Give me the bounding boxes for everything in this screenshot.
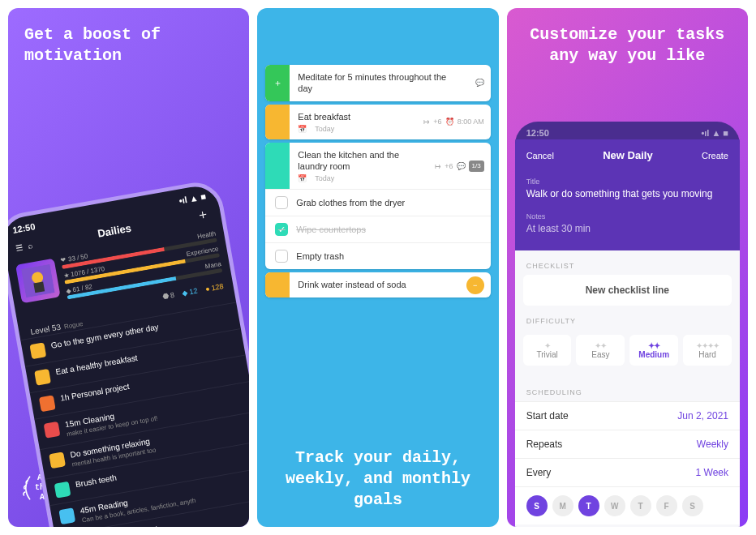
avatar[interactable] <box>15 259 61 304</box>
menu-icon[interactable]: ☰ <box>15 242 24 252</box>
subtask-row[interactable]: Grab clothes from the dryer <box>265 189 490 216</box>
difficulty-option[interactable]: ✦Trivial <box>523 335 572 366</box>
difficulty-row: ✦Trivial✦✦Easy✦✦Medium✦✦✦✦Hard <box>515 330 740 377</box>
subtask-row[interactable]: ✓Wipe countertops <box>265 216 490 242</box>
day-toggle[interactable]: T <box>630 495 651 516</box>
promo-panel-1: Get a boost of motivation App of the Day… <box>8 8 249 527</box>
cancel-button[interactable]: Cancel <box>526 151 554 160</box>
progress-badge: 1/3 <box>469 160 484 172</box>
difficulty-label: DIFFICULTY <box>515 306 740 330</box>
alarm-icon: ⏰ <box>445 118 454 126</box>
diamonds: ◆ 12 <box>182 287 198 297</box>
day-toggle[interactable]: W <box>604 495 625 516</box>
task-card-with-subs: Clean the kitchen and the laundry room 📅… <box>265 143 490 270</box>
modal-title: New Daily <box>603 149 652 161</box>
scheduling-label: SCHEDULING <box>515 377 740 401</box>
streak-icon: ↦ <box>423 118 430 126</box>
card-check[interactable] <box>265 143 290 190</box>
task-card[interactable]: ＋ Meditate for 5 minutes throughout the … <box>265 65 490 101</box>
chat-icon[interactable]: 💬 <box>457 162 466 170</box>
every-row[interactable]: Every 1 Week <box>515 458 740 486</box>
task-checkbox[interactable] <box>34 369 51 386</box>
headline-2: Track your daily, weekly, and monthly go… <box>273 447 482 511</box>
phone-mockup-3: 12:50 •ıl ▲ ■ Cancel New Daily Create Ti… <box>515 122 740 527</box>
new-checklist-button[interactable]: New checklist line <box>523 275 732 306</box>
status-bar: 12:50 •ıl ▲ ■ <box>515 122 740 139</box>
screen-title: Dailies <box>97 222 132 240</box>
task-card[interactable]: Eat breakfast 📅Today ↦+6 ⏰8:00 AM <box>265 105 490 139</box>
calendar-icon: 📅 <box>298 174 307 182</box>
task-checkbox[interactable] <box>58 507 75 524</box>
checklist-label: CHECKLIST <box>515 250 740 275</box>
title-field[interactable]: Title Walk or do something that gets you… <box>515 171 740 206</box>
day-toggle[interactable]: S <box>526 495 548 516</box>
chat-icon[interactable]: 💬 <box>475 79 484 87</box>
plus-icon[interactable]: ＋ <box>265 65 290 101</box>
day-toggle[interactable]: S <box>682 495 703 516</box>
subtask-row[interactable]: Empty trash <box>265 242 490 269</box>
headline-3: Customize your tasks any way you like <box>507 8 748 83</box>
task-checkbox[interactable] <box>54 481 71 499</box>
headline-2-wrap: Track your daily, weekly, and monthly go… <box>257 447 498 511</box>
create-button[interactable]: Create <box>702 151 728 160</box>
promo-panel-3: Customize your tasks any way you like 12… <box>507 8 748 527</box>
day-toggle[interactable]: T <box>578 495 599 516</box>
add-icon[interactable]: ＋ <box>195 206 210 225</box>
task-checkbox[interactable] <box>39 395 56 412</box>
day-toggle[interactable]: F <box>656 495 677 516</box>
modal-nav-bar: Cancel New Daily Create <box>515 139 740 171</box>
card-check[interactable] <box>265 272 290 297</box>
card-stack: ＋ Meditate for 5 minutes throughout the … <box>257 8 498 306</box>
subtask-text: Grab clothes from the dryer <box>296 198 405 208</box>
repeats-row[interactable]: Repeats Weekly <box>515 430 740 458</box>
day-toggle[interactable]: M <box>552 495 573 516</box>
headline-1: Get a boost of motivation <box>8 8 249 83</box>
day-picker: SMTWTFS <box>515 486 740 524</box>
streak-icon: ↦ <box>435 162 441 170</box>
subtask-checkbox[interactable]: ✓ <box>275 223 288 236</box>
gems: ⬣ 8 <box>161 291 175 301</box>
card-check[interactable] <box>265 105 290 139</box>
form-header: Title Walk or do something that gets you… <box>515 171 740 250</box>
phone-mockup-1: 12:50 •ıl▲■ ☰ ⌕ Dailies ＋ ❤ 33 / 50Healt… <box>8 178 249 527</box>
svg-rect-2 <box>33 281 45 293</box>
task-card[interactable]: Drink water instead of soda − <box>265 272 490 297</box>
notes-field[interactable]: Notes At least 30 min <box>515 206 740 241</box>
difficulty-option[interactable]: ✦✦✦✦Hard <box>683 335 732 366</box>
subtask-checkbox[interactable] <box>275 196 288 209</box>
form-body: CHECKLIST New checklist line DIFFICULTY … <box>515 250 740 527</box>
task-checkbox[interactable] <box>29 342 46 359</box>
search-icon[interactable]: ⌕ <box>27 241 33 250</box>
task-checkbox[interactable] <box>44 422 61 439</box>
minus-icon[interactable]: − <box>466 276 484 294</box>
task-checkbox[interactable] <box>49 452 66 469</box>
calendar-icon: 📅 <box>298 125 307 133</box>
difficulty-option[interactable]: ✦✦Medium <box>629 335 678 366</box>
difficulty-option[interactable]: ✦✦Easy <box>576 335 625 366</box>
start-date-row[interactable]: Start date Jun 2, 2021 <box>515 401 740 430</box>
subtask-text: Empty trash <box>296 251 344 261</box>
task-list[interactable]: Go to the gym every other dayEat a healt… <box>20 302 249 527</box>
subtask-text: Wipe countertops <box>296 225 366 234</box>
subtask-checkbox[interactable] <box>275 250 288 263</box>
promo-panel-2: ＋ Meditate for 5 minutes throughout the … <box>257 8 498 527</box>
